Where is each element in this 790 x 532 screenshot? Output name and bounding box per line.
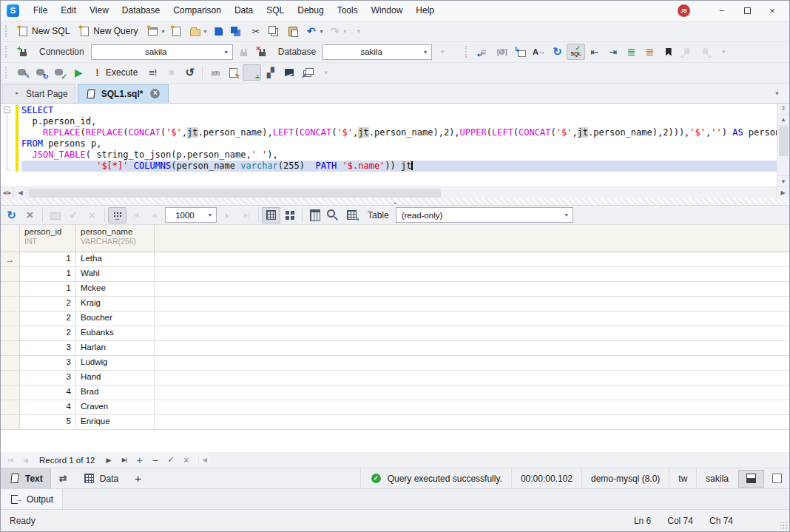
add-result-tab-button[interactable] [126,468,150,489]
next-page-button[interactable] [218,207,237,223]
query-profiler-button[interactable] [261,64,280,81]
new-document-button[interactable]: ▾ [144,23,167,39]
table-row[interactable]: 3Hand [1,371,789,385]
scrollbar-track[interactable] [777,126,790,176]
resize-grip[interactable] [780,522,788,530]
menu-help[interactable]: Help [409,1,441,21]
chevron-down-icon[interactable]: ▾ [561,212,573,218]
undo-button[interactable]: ▾ [302,23,325,39]
first-page-button[interactable] [126,207,145,223]
refresh-data-button[interactable] [2,207,21,223]
row-selector[interactable] [1,267,20,281]
user-avatar[interactable]: JS [678,4,690,17]
page-size-combo[interactable]: 1000▾ [165,207,217,223]
close-tab-icon[interactable] [149,87,161,100]
connect-button[interactable] [234,44,253,60]
layout-window-button[interactable] [765,468,789,489]
toolbar-grip[interactable] [5,25,10,37]
cancel-edit-button[interactable] [178,454,194,467]
grid-horizontal-scrollbar[interactable] [210,452,789,468]
chevron-down-icon[interactable]: ▾ [419,49,431,55]
cell-person_id[interactable]: 1 [20,252,76,266]
toolbar-grip[interactable] [5,46,10,58]
cancel-changes-button[interactable] [83,207,101,223]
editor-horizontal-scrollbar[interactable]: ◂‖▸ ◀ ▶ [1,186,789,198]
chevron-down-icon[interactable]: ▾ [161,28,164,35]
split-editor-handle[interactable]: ⇕ [777,104,790,115]
row-selector[interactable] [1,400,20,414]
code-line[interactable]: '$[*]' COLUMNS(person_name varchar(255) … [21,161,777,172]
new-query-button[interactable]: New Query [75,23,144,39]
scroll-down-icon[interactable]: ▼ [777,175,790,186]
refresh-completion-button[interactable] [548,44,567,60]
table-row[interactable]: 3Ludwig [1,356,789,371]
cell-person_id[interactable]: 3 [20,371,76,385]
scrollbar-track[interactable] [27,187,776,199]
menu-database[interactable]: Database [115,1,166,21]
cell-person_id[interactable]: 4 [20,400,76,414]
collapse-splitter-icon[interactable]: ⌄ [392,200,398,204]
scroll-left-icon[interactable]: ◀ [198,457,210,463]
cell-person_name[interactable]: Boucher [76,312,155,326]
next-record-button[interactable] [101,454,116,467]
change-case-button[interactable] [530,44,548,60]
previous-page-button[interactable] [145,207,163,223]
run-button[interactable] [70,64,88,81]
cell-person_name[interactable]: Brad [76,385,155,400]
next-bookmark-button[interactable] [696,44,715,60]
menu-comparison[interactable]: Comparison [166,1,228,21]
cell-person_id[interactable]: 3 [20,341,76,355]
stop-retrieve-button[interactable] [21,207,39,223]
execute-script-button[interactable] [144,64,162,81]
cell-person_id[interactable]: 1 [20,267,76,281]
split-editor-vertical-handle[interactable]: ◂‖▸ [1,187,14,199]
scrollbar-thumb[interactable] [779,127,789,156]
sql-editor[interactable]: − SELECT p.person_id, REPLACE(REPLACE(CO… [1,103,789,187]
save-button[interactable] [209,23,228,39]
decrease-indent-button[interactable] [585,44,604,60]
toggle-bookmark-button[interactable] [659,44,678,60]
menu-edit[interactable]: Edit [54,1,83,21]
pivot-table-button[interactable] [243,64,261,81]
row-selector[interactable] [1,297,20,311]
table-row[interactable]: →1Letha [1,252,789,267]
previous-bookmark-button[interactable] [678,44,696,60]
cell-person_name[interactable]: Mckee [76,282,155,296]
redo-button[interactable]: ▾ [325,23,349,39]
tab-sql1[interactable]: SQL1.sql* [78,84,169,103]
quick-find-button[interactable] [324,207,342,223]
menu-data[interactable]: Data [228,1,260,21]
code-line[interactable]: JSON_TABLE( string_to_json(p.person_name… [21,149,777,161]
minimize-button[interactable]: − [709,1,735,21]
accept-edit-button[interactable] [163,454,178,467]
new-connection-button[interactable] [14,44,33,60]
code-line[interactable]: REPLACE(REPLACE(CONCAT('$',jt.person_nam… [21,127,777,138]
toolbar-grip[interactable] [5,67,10,78]
query-plan-button[interactable] [206,64,224,81]
code-line[interactable]: FROM persons p, [21,138,777,149]
disconnect-button[interactable] [253,44,271,60]
tab-start-page[interactable]: Start Page [2,84,75,103]
editor-vertical-scrollbar[interactable]: ⇕ ▲ ▼ [777,104,789,187]
cell-person_id[interactable]: 3 [20,356,76,370]
table-row[interactable]: 1Mckee [1,282,789,297]
row-selector[interactable] [1,326,20,340]
connection-combo[interactable]: sakila▾ [91,44,233,60]
query-history-button[interactable] [180,64,199,81]
close-button[interactable]: × [760,1,785,21]
cell-person_name[interactable]: Craven [76,400,155,414]
table-combo[interactable]: (read-only)▾ [396,207,573,223]
increase-indent-button[interactable] [604,44,622,60]
toolbar-overflow-button[interactable] [317,64,335,81]
table-row[interactable]: 5Enrique [1,415,789,430]
cell-person_name[interactable]: Wahl [76,267,155,281]
select-all-corner[interactable] [1,225,20,252]
cell-person_id[interactable]: 2 [20,297,76,311]
toolbar-overflow-button[interactable] [433,44,452,60]
chevron-down-icon[interactable]: ▾ [343,28,346,35]
column-visibility-button[interactable] [305,207,324,223]
column-header-person_id[interactable]: person_idINT [20,225,76,252]
cut-button[interactable] [246,23,265,39]
open-editor-button[interactable] [46,207,64,223]
row-selector[interactable] [1,415,20,429]
